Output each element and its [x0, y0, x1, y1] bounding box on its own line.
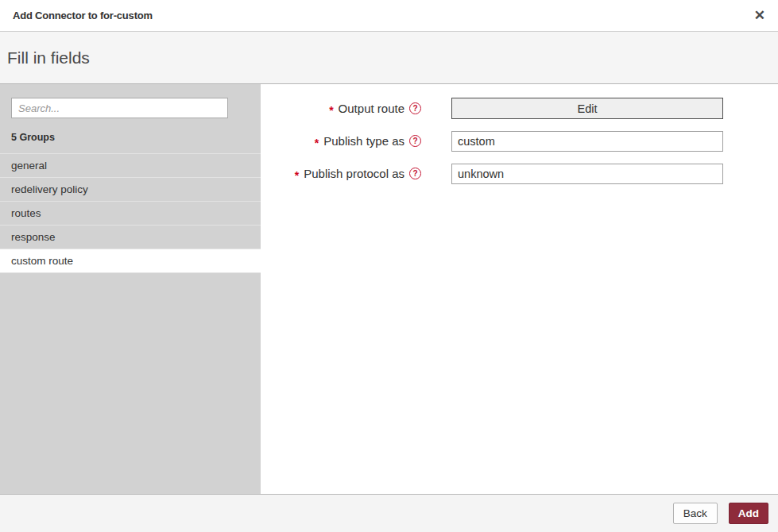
field-control	[451, 131, 723, 152]
required-asterisk: *	[329, 104, 333, 117]
sidebar-item-routes[interactable]: routes	[0, 202, 261, 226]
form-row: * Publish type as ?	[261, 130, 778, 152]
field-label-text: Output route	[339, 102, 404, 115]
field-label-text: Publish protocol as	[304, 167, 404, 180]
dialog-title: Add Connector to for-custom	[13, 10, 153, 21]
form-panel: * Output route ? Edit * Publish type as …	[261, 84, 778, 494]
search-input[interactable]	[11, 98, 228, 118]
field-control	[451, 164, 723, 184]
field-control: Edit	[451, 98, 723, 119]
groups-count-label: 5 Groups	[11, 132, 261, 143]
publish-type-input[interactable]	[451, 131, 723, 152]
dialog-body: 5 Groups general redelivery policy route…	[0, 84, 778, 494]
back-button[interactable]: Back	[673, 503, 718, 524]
subheader: Fill in fields	[0, 32, 778, 84]
output-route-label: * Output route ?	[261, 102, 421, 115]
sidebar: 5 Groups general redelivery policy route…	[0, 84, 261, 494]
required-asterisk: *	[295, 169, 299, 182]
sidebar-item-redelivery-policy[interactable]: redelivery policy	[0, 178, 261, 202]
form-row: * Output route ? Edit	[261, 98, 778, 119]
required-asterisk: *	[315, 137, 319, 149]
dialog-footer: Back Add	[0, 494, 778, 532]
form-row: * Publish protocol as ?	[261, 163, 778, 184]
edit-button[interactable]: Edit	[451, 98, 723, 119]
publish-protocol-input[interactable]	[451, 164, 723, 184]
help-icon[interactable]: ?	[409, 135, 421, 147]
add-connector-dialog: Add Connector to for-custom ✕ Fill in fi…	[0, 0, 778, 532]
page-title: Fill in fields	[7, 48, 90, 67]
sidebar-item-custom-route[interactable]: custom route	[0, 249, 261, 273]
publish-protocol-label: * Publish protocol as ?	[261, 167, 421, 180]
help-icon[interactable]: ?	[409, 168, 421, 179]
sidebar-item-response[interactable]: response	[0, 226, 261, 249]
dialog-header: Add Connector to for-custom ✕	[0, 0, 778, 32]
close-icon[interactable]: ✕	[754, 9, 765, 22]
publish-type-label: * Publish type as ?	[261, 134, 421, 148]
add-button[interactable]: Add	[729, 503, 768, 524]
field-label-text: Publish type as	[323, 134, 404, 148]
help-icon[interactable]: ?	[409, 102, 421, 114]
group-list: general redelivery policy routes respons…	[0, 153, 261, 273]
sidebar-item-general[interactable]: general	[0, 154, 261, 178]
